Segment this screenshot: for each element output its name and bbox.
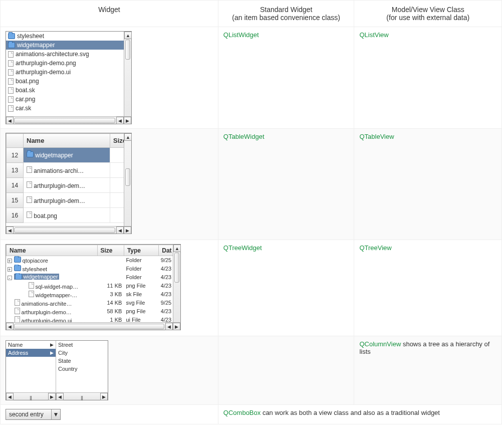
scroll-left-icon[interactable]: ◀ — [56, 393, 64, 400]
cell-name[interactable]: + stylesheet — [7, 265, 98, 273]
scroll-left2-icon[interactable]: ◀ — [116, 117, 124, 124]
tree-col-name[interactable]: Name — [7, 245, 98, 256]
table-col-name[interactable]: Name — [24, 134, 110, 148]
combobox[interactable]: second entry ▼ — [6, 409, 61, 420]
cell-name[interactable]: + qtopiacore — [7, 256, 98, 265]
cell-name[interactable]: arthurplugin-demo… — [7, 307, 98, 316]
columnview-item[interactable]: Name▶ — [6, 341, 56, 349]
column-view-widget[interactable]: Name▶Address▶ ◀ ▶ || StreetCityStateCoun… — [6, 340, 108, 400]
scroll-right-icon[interactable]: ▶ — [100, 393, 108, 400]
scroll-left-icon[interactable]: ◀ — [6, 393, 14, 400]
list-item[interactable]: widgetmapper — [6, 41, 131, 50]
columnview-item[interactable]: Address▶ — [6, 349, 56, 357]
file-icon — [8, 87, 14, 94]
list-item[interactable]: car.png — [6, 95, 131, 104]
link-qcombobox[interactable]: QComboBox — [223, 409, 261, 416]
table-row[interactable]: 13 animations-archi… — [7, 163, 131, 178]
scroll-right-icon[interactable]: ▶ — [124, 117, 131, 124]
cell-name[interactable]: animations-archite… — [7, 299, 98, 307]
table-row[interactable]: 12 widgetmapper — [7, 148, 131, 163]
tree-row[interactable]: arthurplugin-demo…58 KBpng File4/23 — [7, 307, 180, 316]
cell-name[interactable]: animations-archi… — [24, 163, 110, 178]
list-item[interactable]: arthurplugin-demo.png — [6, 59, 131, 68]
link-qtreewidget[interactable]: QTreeWidget — [223, 244, 262, 252]
link-qlistview[interactable]: QListView — [359, 31, 388, 39]
table-widget[interactable]: Name Size 12 widgetmapper13 animations-a… — [6, 133, 132, 234]
scrollbar-horizontal[interactable]: ◀ ◀ ▶ — [6, 322, 180, 330]
grip-icon[interactable]: || — [30, 395, 32, 400]
expand-icon[interactable]: + — [8, 259, 12, 263]
cell-name[interactable]: widgetmapper — [24, 148, 110, 163]
row-header[interactable]: 13 — [7, 163, 24, 178]
scrollbar-horizontal[interactable]: ◀ ▶ || — [56, 392, 108, 400]
columnview-item[interactable]: State — [56, 357, 108, 365]
cell-name[interactable]: arthurplugin-dem… — [24, 193, 110, 208]
list-item[interactable]: car.sk — [6, 104, 131, 113]
scroll-left-icon[interactable]: ◀ — [6, 227, 14, 234]
file-icon — [8, 51, 14, 58]
link-qcolumnview[interactable]: QColumnView — [359, 340, 401, 348]
list-item[interactable]: boat.sk — [6, 86, 131, 95]
cell-name[interactable]: widgetmapper-… — [7, 290, 98, 299]
table-row[interactable]: 16 boat.png — [7, 208, 131, 223]
row-header[interactable]: 15 — [7, 193, 24, 208]
scroll-right-icon[interactable]: ▶ — [173, 323, 180, 330]
scroll-left-icon[interactable]: ◀ — [6, 323, 14, 330]
scroll-thumb[interactable] — [125, 40, 130, 60]
scroll-thumb[interactable] — [125, 168, 130, 186]
list-item[interactable]: arthurplugin-demo.ui — [6, 68, 131, 77]
scrollbar-horizontal[interactable]: ◀ ◀ ▶ — [6, 116, 131, 124]
row-header[interactable]: 12 — [7, 148, 24, 163]
link-qtableview[interactable]: QTableView — [359, 133, 394, 140]
tree-row[interactable]: + stylesheetFolder4/23 — [7, 265, 180, 273]
scroll-right-icon[interactable]: ▶ — [48, 393, 56, 400]
grip-icon[interactable]: || — [81, 395, 83, 400]
tree-row[interactable]: animations-archite…14 KBsvg File9/25 — [7, 299, 180, 307]
columnview-item[interactable]: Country — [56, 365, 108, 373]
tree-col-size[interactable]: Size — [97, 245, 124, 256]
cell-name[interactable]: - widgetmapper — [7, 273, 98, 282]
link-qtablewidget[interactable]: QTableWidget — [223, 133, 265, 140]
chevron-down-icon[interactable]: ▼ — [51, 409, 60, 419]
row-header[interactable]: 16 — [7, 208, 24, 223]
scroll-left2-icon[interactable]: ◀ — [116, 227, 124, 234]
scroll-track[interactable] — [14, 118, 115, 123]
scroll-track[interactable] — [14, 228, 115, 233]
list-item[interactable]: animations-architecture.svg — [6, 50, 131, 59]
scroll-track[interactable] — [14, 324, 164, 329]
table-row[interactable]: 15 arthurplugin-dem… — [7, 193, 131, 208]
list-item[interactable]: stylesheet — [6, 32, 131, 41]
tree-row[interactable]: widgetmapper-…3 KBsk File4/23 — [7, 290, 180, 299]
scroll-left2-icon[interactable]: ◀ — [165, 323, 173, 330]
cell-name[interactable]: boat.png — [24, 208, 110, 223]
cell-name[interactable]: sql-widget-map… — [7, 282, 98, 290]
header-modelview: Model/View View Class (for use with exte… — [354, 1, 502, 27]
columnview-item[interactable]: Street — [56, 341, 108, 349]
scrollbar-horizontal[interactable]: ◀ ◀ ▶ — [6, 226, 131, 234]
scroll-thumb[interactable] — [174, 253, 179, 283]
columnview-item[interactable]: City — [56, 349, 108, 357]
scroll-left-icon[interactable]: ◀ — [6, 117, 14, 124]
scrollbar-vertical[interactable]: ▲ ▼ — [124, 32, 131, 124]
table-row[interactable]: 14 arthurplugin-dem… — [7, 178, 131, 193]
cell-name[interactable]: arthurplugin-dem… — [24, 178, 110, 193]
scroll-up-icon[interactable]: ▲ — [124, 32, 132, 39]
tree-widget[interactable]: Name Size Type Dat + qtopiacoreFolder9/2… — [6, 244, 181, 330]
list-item[interactable]: boat.png — [6, 77, 131, 86]
row-header[interactable]: 14 — [7, 178, 24, 193]
link-qlistwidget[interactable]: QListWidget — [223, 31, 259, 39]
scrollbar-vertical[interactable]: ▲ ▼ — [124, 133, 131, 234]
tree-row[interactable]: - widgetmapperFolder4/23 — [7, 273, 180, 282]
expand-icon[interactable]: + — [8, 267, 12, 272]
scroll-up-icon[interactable]: ▲ — [124, 133, 132, 141]
scroll-right-icon[interactable]: ▶ — [124, 227, 131, 234]
scrollbar-horizontal[interactable]: ◀ ▶ || — [6, 392, 56, 400]
link-qtreeview[interactable]: QTreeView — [359, 244, 391, 252]
tree-row[interactable]: + qtopiacoreFolder9/25 — [7, 256, 180, 265]
tree-col-type[interactable]: Type — [124, 245, 158, 256]
list-widget[interactable]: stylesheetwidgetmapperanimations-archite… — [6, 31, 132, 124]
collapse-icon[interactable]: - — [8, 276, 12, 280]
scroll-up-icon[interactable]: ▲ — [173, 245, 181, 252]
tree-row[interactable]: sql-widget-map…11 KBpng File4/23 — [7, 282, 180, 290]
scrollbar-vertical[interactable]: ▲ ▼ — [173, 245, 180, 330]
